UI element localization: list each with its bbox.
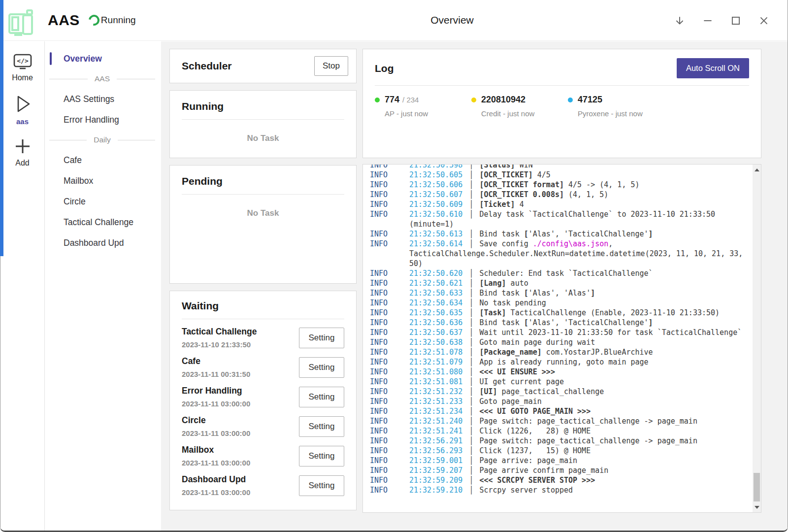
app-window: AAS Running Overview </> Ho (0, 0, 788, 532)
log-line: INFO21:32:51.078│[Package_name] com.Yost… (370, 347, 746, 357)
sidebar-item-cafe[interactable]: Cafe (45, 150, 161, 170)
sidebar-item-mailbox[interactable]: Mailbox (45, 170, 161, 191)
sidebar-item-aas-settings[interactable]: AAS Settings (45, 89, 161, 109)
setting-button[interactable]: Setting (299, 387, 344, 407)
log-level: INFO (370, 436, 409, 446)
log-timestamp: 21:32:50.606 (409, 180, 462, 189)
scheduler-column: Scheduler Stop Running No Task Pending N… (169, 49, 357, 510)
sidebar-item-dashboard-upd[interactable]: Dashboard Upd (45, 233, 161, 253)
log-message-segment: [Ticket] (479, 200, 515, 209)
log-line: INFO21:32:51.232│[UI] page_tactical_chal… (370, 387, 746, 397)
triangle-down-icon (755, 506, 759, 509)
setting-button[interactable]: Setting (299, 416, 344, 437)
scroll-down-button[interactable] (753, 503, 761, 511)
log-message-segment: No task pending (479, 299, 546, 307)
divider-line (49, 140, 87, 140)
log-message-segment: Click (1226, 28) @ HOME (479, 427, 591, 435)
waiting-task-info: Mailbox2023-11-11 03:00:00 (182, 445, 250, 467)
log-separator: │ (462, 476, 479, 485)
log-message-segment: [ (524, 318, 528, 327)
stat-label: AP - just now (375, 109, 471, 118)
log-line: INFO21:32:59.209│<<< SCRCPY SERVER STOP … (370, 475, 746, 485)
log-line: INFO21:32:50.607│[OCR_TICKET 0.008s] (4,… (370, 190, 746, 200)
sidebar-item-circle[interactable]: Circle (45, 191, 161, 212)
log-separator: │ (462, 486, 479, 495)
log-separator: │ (462, 358, 479, 366)
setting-button[interactable]: Setting (299, 328, 344, 348)
waiting-task-name: Tactical Challenge (182, 327, 257, 337)
log-line: INFO21:32:51.081│UI get current page (370, 377, 746, 387)
log-separator: │ (462, 456, 479, 465)
log-message-segment: Page switch: page_tactical_challenge -> … (479, 417, 697, 426)
log-message-segment: [UI] (479, 387, 497, 396)
svg-text:</>: </> (17, 57, 29, 65)
log-line: INFO21:32:56.293│Click (1237, 15) @ HOME (370, 446, 746, 456)
waiting-title: Waiting (182, 300, 344, 312)
maximize-button[interactable] (730, 15, 742, 27)
log-level: INFO (370, 426, 409, 436)
sidebar-item-tactical-challenge[interactable]: Tactical Challenge (45, 212, 161, 233)
log-message-segment: Bind task (479, 289, 524, 298)
log-timestamp: 21:32:51.241 (409, 427, 462, 435)
log-timestamp: 21:32:56.293 (409, 446, 462, 455)
waiting-task-row: Error Handling2023-11-11 03:00:00Setting (182, 386, 344, 408)
log-message-segment: 4/5 -> (4, 1, 5) (564, 180, 640, 189)
divider (182, 119, 344, 120)
log-message-segment: Page arrive: page_main (479, 456, 577, 465)
log-level: INFO (370, 456, 409, 466)
minimize-button[interactable] (702, 15, 714, 27)
waiting-task-info: Tactical Challenge2023-11-10 21:33:50 (182, 327, 257, 349)
close-button[interactable] (758, 15, 770, 27)
scroll-up-button[interactable] (753, 166, 761, 174)
log-level: INFO (370, 239, 409, 249)
app-logo (5, 7, 37, 37)
log-console[interactable]: INFO21:32:50.598│[Status] WININFO21:32:5… (362, 164, 761, 513)
log-separator: │ (462, 230, 479, 238)
waiting-task-row: Circle2023-11-11 03:00:00Setting (182, 415, 344, 437)
rail-item-add[interactable]: Add (0, 131, 44, 172)
log-timestamp: 21:32:59.210 (409, 486, 462, 495)
log-line: INFO21:32:50.614│Save config ./config\aa… (370, 239, 746, 268)
log-message-segment: [OCR_TICKET format] (479, 180, 564, 189)
sidebar-item-label: AAS Settings (64, 94, 114, 104)
rail-item-home[interactable]: </> Home (0, 47, 44, 87)
sidebar-item-error-handling[interactable]: Error Handling (45, 109, 161, 130)
stop-button[interactable]: Stop (314, 56, 348, 76)
sidebar-section-divider: AAS (45, 69, 161, 89)
minimize-icon (702, 15, 714, 27)
setting-button[interactable]: Setting (299, 357, 344, 378)
log-separator: │ (462, 436, 479, 445)
sidebar-section-divider: Daily (45, 130, 161, 150)
setting-button[interactable]: Setting (299, 475, 344, 496)
pending-empty-text: No Task (182, 208, 344, 218)
log-lines: INFO21:32:50.598│[Status] WININFO21:32:5… (363, 164, 761, 495)
auto-scroll-button[interactable]: Auto Scroll ON (677, 58, 749, 78)
log-level: INFO (370, 387, 409, 397)
update-button[interactable] (674, 15, 686, 27)
scrollbar-thumb[interactable] (754, 473, 760, 501)
log-level: INFO (370, 347, 409, 357)
log-timestamp: 21:32:50.605 (409, 170, 462, 179)
log-scrollbar[interactable] (753, 165, 761, 512)
stat-value-row: 774/ 234 (375, 95, 471, 105)
log-level: INFO (370, 475, 409, 485)
sidebar-item-overview[interactable]: Overview (45, 48, 161, 69)
log-separator: │ (462, 367, 479, 376)
rail-item-aas[interactable]: aas (0, 87, 44, 131)
log-separator: │ (462, 299, 479, 307)
sidebar-item-label: Circle (64, 197, 86, 207)
log-message-segment: Wait until 2023-11-10 21:33:50 for task … (479, 328, 742, 337)
arrow-down-icon (674, 15, 686, 27)
log-level: INFO (370, 337, 409, 347)
running-empty-text: No Task (182, 133, 344, 143)
log-title: Log (375, 63, 394, 74)
waiting-task-time: 2023-11-11 03:00:00 (182, 488, 250, 497)
waiting-task-name: Circle (182, 415, 250, 426)
log-timestamp: 21:32:50.620 (409, 269, 462, 278)
dashboard-stats: 774/ 234AP - just now220810942Credit - j… (375, 86, 749, 118)
log-level: INFO (370, 288, 409, 298)
stat-value-row: 220810942 (471, 95, 568, 105)
sidebar: OverviewAASAAS SettingsError HandlingDai… (45, 41, 161, 531)
plus-icon (13, 136, 33, 156)
setting-button[interactable]: Setting (299, 446, 344, 466)
